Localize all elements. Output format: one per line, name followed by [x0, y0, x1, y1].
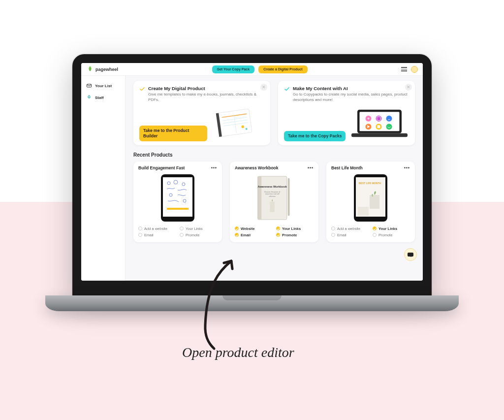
product-link-yourlinks[interactable]: Your Links — [373, 226, 410, 231]
app-window: pagewheel Get Your Copy Pack Create a Di… — [81, 63, 423, 281]
check-icon — [284, 86, 290, 92]
product-link-promote[interactable]: Promote — [180, 233, 217, 237]
svg-text:awareness and self: awareness and self — [265, 193, 280, 195]
laptop-mockup: pagewheel Get Your Copy Pack Create a Di… — [72, 54, 432, 311]
action-card-product: ✕ Create My Digital Product Give me temp… — [133, 81, 270, 145]
more-icon[interactable]: ••• — [308, 165, 314, 170]
user-avatar[interactable] — [411, 66, 418, 73]
svg-rect-38 — [288, 178, 290, 215]
close-icon[interactable]: ✕ — [405, 84, 412, 91]
check-icon — [139, 86, 145, 92]
products-grid: Build Engagement Fast ••• — [133, 162, 415, 242]
app-logo[interactable]: pagewheel — [86, 65, 118, 73]
help-chat-button[interactable] — [404, 248, 417, 261]
more-icon[interactable]: ••• — [404, 165, 410, 170]
svg-text:BEST LIFE MONTH: BEST LIFE MONTH — [359, 182, 381, 185]
product-link-yourlinks[interactable]: Your Links — [180, 226, 217, 231]
product-builder-button[interactable]: Take me to the Product Builder — [139, 126, 207, 141]
topbar: pagewheel Get Your Copy Pack Create a Di… — [81, 63, 423, 76]
sidebar-item-your-list[interactable]: Your List — [81, 80, 125, 92]
laptop-thumb — [348, 107, 409, 141]
svg-rect-32 — [258, 176, 262, 220]
svg-point-17 — [386, 115, 392, 121]
svg-rect-30 — [167, 208, 189, 210]
svg-text:Discover the power of: Discover the power of — [264, 191, 280, 193]
svg-rect-21 — [378, 125, 380, 128]
card-desc: Go to Copypacks to create my social medi… — [293, 92, 409, 103]
product-link-promote[interactable]: Promote — [373, 233, 410, 237]
sidebar-item-staff[interactable]: Staff — [81, 92, 125, 103]
top-cta-copypack[interactable]: Get Your Copy Pack — [212, 65, 255, 73]
card-desc: Give me templates to make my e-books, jo… — [148, 92, 264, 103]
svg-rect-42 — [370, 195, 379, 209]
product-link-website[interactable]: Add a website — [331, 226, 369, 231]
svg-point-22 — [386, 124, 392, 129]
svg-text:reflection: reflection — [269, 195, 276, 197]
product-title: Best Life Month — [331, 165, 363, 170]
svg-rect-37 — [270, 201, 275, 212]
leaf-icon — [86, 65, 94, 73]
product-link-yourlinks[interactable]: Your Links — [276, 226, 314, 231]
product-cover[interactable] — [138, 173, 217, 223]
sidebar-item-label: Staff — [95, 96, 104, 100]
product-link-email[interactable]: Email — [138, 233, 176, 237]
product-link-website[interactable]: Website — [235, 226, 272, 231]
action-card-ai: ✕ Make My Content with AI Go to Copypack… — [278, 81, 415, 145]
svg-text:Awareness Workbook: Awareness Workbook — [257, 185, 287, 188]
svg-rect-31 — [258, 176, 287, 220]
logo-text: pagewheel — [95, 67, 118, 72]
recent-products-heading: Recent Products — [133, 152, 415, 158]
sidebar: Your List Staff — [81, 76, 126, 281]
card-title: Make My Content with AI — [293, 86, 409, 91]
product-link-email[interactable]: Email — [235, 233, 272, 237]
planner-thumb — [210, 107, 264, 141]
product-link-website[interactable]: Add a website — [138, 226, 176, 231]
product-card[interactable]: Awareness Workbook ••• Awareness Workboo… — [230, 162, 318, 242]
card-title: Create My Digital Product — [148, 86, 264, 91]
rocket-icon — [86, 95, 92, 100]
product-card[interactable]: Best Life Month ••• BEST LIFE MONTH — [326, 162, 415, 242]
top-cta-create[interactable]: Create a Digital Product — [258, 65, 307, 73]
close-icon[interactable]: ✕ — [260, 84, 267, 91]
product-card[interactable]: Build Engagement Fast ••• — [133, 162, 222, 242]
menu-icon[interactable] — [401, 67, 407, 71]
svg-point-1 — [89, 96, 90, 97]
product-cover[interactable]: Awareness Workbook Discover the power of… — [235, 173, 314, 223]
mail-icon — [86, 83, 92, 89]
svg-rect-13 — [351, 133, 408, 137]
svg-rect-43 — [358, 207, 369, 216]
product-link-email[interactable]: Email — [331, 233, 369, 237]
main-content: ✕ Create My Digital Product Give me temp… — [126, 76, 423, 281]
copy-packs-button[interactable]: Take me to the Copy Packs — [284, 131, 346, 141]
product-title: Build Engagement Fast — [138, 165, 185, 170]
product-cover[interactable]: BEST LIFE MONTH — [331, 173, 410, 223]
sidebar-item-label: Your List — [95, 84, 112, 88]
more-icon[interactable]: ••• — [211, 165, 217, 170]
product-link-promote[interactable]: Promote — [276, 233, 314, 237]
annotation-caption: Open product editor — [182, 345, 294, 360]
product-title: Awareness Workbook — [235, 165, 279, 170]
